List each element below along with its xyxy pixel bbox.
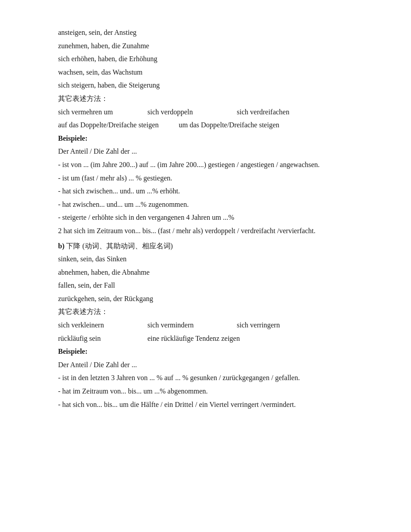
line-ist-um: - ist um (fast / mehr als) ... % gestieg… <box>58 172 353 184</box>
line-abnehmen: abnehmen, haben, die Abnahme <box>58 267 353 278</box>
line-erhoehen: sich erhöhen, haben, die Erhöhung <box>58 53 353 65</box>
line-steigern: sich steigern, haben, die Steigerung <box>58 80 353 91</box>
line-ist-in: - ist in den letzten 3 Jahren von ... % … <box>58 372 353 384</box>
main-content: ansteigen, sein, der Anstieg zunehmen, h… <box>58 27 353 410</box>
line-chinese-1: 其它表述方法： <box>58 93 353 105</box>
line-2-hat-sich: 2 hat sich im Zeitraum von... bis... (fa… <box>58 225 353 237</box>
text-b-chinese: 下降 (动词、其助动词、相应名词) <box>66 242 173 250</box>
line-hat-zwischen: - hat zwischen... und... um ...% zugenom… <box>58 199 353 210</box>
line-hat-sich-von: - hat sich von... bis... um die Hälfte /… <box>58 399 353 411</box>
grid-row-4: rückläufig sein eine rückläufige Tendenz… <box>58 333 353 344</box>
col-tendenz: eine rückläufige Tendenz zeigen <box>147 333 353 344</box>
col-verringern: sich verringern <box>237 319 353 331</box>
col-verdreifachen: sich verdreifachen <box>237 106 353 118</box>
col-um-doppelte: um das Doppelte/Dreifache steigen <box>179 119 353 131</box>
line-ist-von: - ist von ... (im Jahre 200...) auf ... … <box>58 159 353 171</box>
col-doppelte-steigen: auf das Doppelte/Dreifache steigen <box>58 119 179 131</box>
line-anteil-2: Der Anteil / Die Zahl der ... <box>58 359 353 371</box>
line-steigerte: - steigerte / erhöhte sich in den vergan… <box>58 212 353 223</box>
line-ansteigen: ansteigen, sein, der Anstieg <box>58 27 353 38</box>
grid-row-1: sich vermehren um sich verdoppeln sich v… <box>58 106 353 118</box>
line-beispiele-2: Beispiele: <box>58 346 353 357</box>
line-anteil-1: Der Anteil / Die Zahl der ... <box>58 146 353 157</box>
col-vermindern: sich vermindern <box>147 319 237 331</box>
line-wachsen: wachsen, sein, das Wachstum <box>58 67 353 78</box>
label-b: b) <box>58 242 66 250</box>
line-hat-sich-zwischen: - hat sich zwischen... und.. um ...% erh… <box>58 185 353 197</box>
line-zurueckgehen: zurückgehen, sein, der Rückgang <box>58 293 353 305</box>
line-chinese-2: 其它表述方法： <box>58 306 353 318</box>
line-fallen: fallen, sein, der Fall <box>58 280 353 291</box>
line-zunehmen: zunehmen, haben, die Zunahme <box>58 40 353 52</box>
col-verdoppeln: sich verdoppeln <box>147 106 237 118</box>
col-verkleinern: sich verkleinern <box>58 319 147 331</box>
col-vermehren: sich vermehren um <box>58 106 147 118</box>
line-sinken: sinken, sein, das Sinken <box>58 253 353 265</box>
line-b-abschnitt: b) 下降 (动词、其助动词、相应名词) <box>58 240 353 252</box>
grid-row-2: auf das Doppelte/Dreifache steigen um da… <box>58 119 353 131</box>
line-beispiele-1: Beispiele: <box>58 133 353 144</box>
grid-row-3: sich verkleinern sich vermindern sich ve… <box>58 319 353 331</box>
line-hat-im: - hat im Zeitraum von... bis... um ...% … <box>58 385 353 397</box>
col-ruecklaeufig: rückläufig sein <box>58 333 147 344</box>
